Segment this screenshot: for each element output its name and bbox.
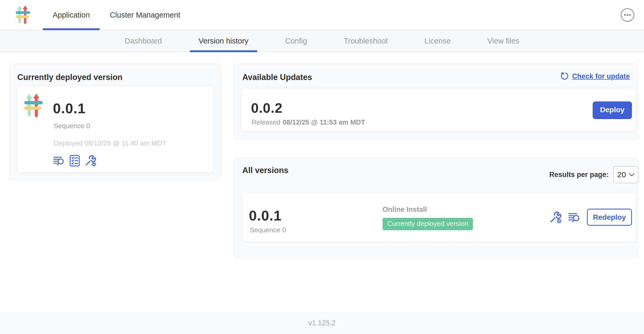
subnav-config-label: Config bbox=[285, 37, 307, 45]
results-per-page-label: Results per page: bbox=[549, 171, 609, 179]
edit-config-icon[interactable] bbox=[549, 211, 562, 224]
results-per-page-select[interactable]: 20 bbox=[613, 166, 638, 183]
row-install-info: Online Install Currently deployed versio… bbox=[383, 206, 473, 230]
available-updates-title: Available Updates bbox=[242, 73, 312, 82]
currently-deployed-badge: Currently deployed version bbox=[383, 218, 473, 230]
update-version-number: 0.0.2 bbox=[251, 100, 283, 116]
deploy-button[interactable]: Deploy bbox=[593, 101, 632, 118]
subnav-version-history[interactable]: Version history bbox=[180, 30, 267, 52]
released-label: Released bbox=[252, 118, 280, 126]
subnav-version-history-label: Version history bbox=[199, 37, 248, 45]
ellipsis-menu-icon[interactable] bbox=[620, 8, 635, 22]
chevron-down-icon bbox=[629, 173, 635, 176]
app-footer: v1.125.2 bbox=[0, 312, 644, 334]
available-updates-card: Available Updates Check for update 0.0.2… bbox=[233, 63, 639, 140]
subnav-troubleshoot[interactable]: Troubleshoot bbox=[325, 30, 406, 52]
update-released-timestamp: Released08/12/25 @ 11:53 am MDT bbox=[252, 118, 365, 126]
app-logo-arrows-icon bbox=[16, 5, 31, 24]
subnav-dashboard-label: Dashboard bbox=[125, 37, 162, 45]
all-versions-title: All versions bbox=[242, 166, 288, 175]
results-per-page-value: 20 bbox=[617, 170, 626, 179]
all-versions-card: All versions Results per page: 20 0.0.1 … bbox=[233, 157, 639, 259]
currently-deployed-card: Currently deployed version 0.0.1 Sequenc… bbox=[9, 63, 222, 181]
tab-cluster-management[interactable]: Cluster Management bbox=[100, 0, 190, 30]
redeploy-button[interactable]: Redeploy bbox=[587, 209, 632, 226]
app-header: Application Cluster Management bbox=[0, 0, 644, 30]
deployed-version-number: 0.0.1 bbox=[53, 100, 86, 116]
subnav-license-label: License bbox=[424, 37, 451, 45]
currently-deployed-title: Currently deployed version bbox=[17, 73, 122, 82]
deployed-timestamp: Deployed 08/12/25 @ 11:40 am MDT bbox=[54, 139, 166, 147]
results-per-page: Results per page: 20 bbox=[549, 166, 638, 183]
check-for-update-label: Check for update bbox=[572, 72, 630, 80]
subnav-troubleshoot-label: Troubleshoot bbox=[344, 37, 388, 45]
row-sequence: Sequence 0 bbox=[250, 226, 286, 234]
deployed-sequence: Sequence 0 bbox=[54, 122, 90, 130]
release-notes-icon[interactable] bbox=[53, 155, 65, 167]
preflight-checks-icon[interactable] bbox=[69, 155, 81, 167]
currently-deployed-version-panel: 0.0.1 Sequence 0 Deployed 08/12/25 @ 11:… bbox=[17, 86, 214, 173]
edit-config-icon[interactable] bbox=[84, 155, 96, 167]
app-subnav: Dashboard Version history Config Trouble… bbox=[0, 30, 644, 52]
subnav-view-files-label: View files bbox=[487, 37, 519, 45]
subnav-view-files[interactable]: View files bbox=[469, 30, 538, 52]
update-row: 0.0.2 Released08/12/25 @ 11:53 am MDT De… bbox=[242, 89, 636, 131]
install-type-label: Online Install bbox=[383, 206, 473, 214]
subnav-config[interactable]: Config bbox=[267, 30, 325, 52]
row-version-number: 0.0.1 bbox=[249, 207, 282, 224]
deployed-version-actions bbox=[53, 155, 96, 167]
subnav-license[interactable]: License bbox=[406, 30, 469, 52]
tab-application-label: Application bbox=[53, 11, 90, 19]
app-logo-arrows-icon bbox=[24, 94, 45, 117]
version-row: 0.0.1 Sequence 0 Online Install Currentl… bbox=[242, 193, 636, 241]
release-notes-icon[interactable] bbox=[568, 211, 581, 224]
refresh-icon bbox=[560, 72, 569, 81]
tab-application[interactable]: Application bbox=[43, 0, 100, 30]
released-date: 08/12/25 @ 11:53 am MDT bbox=[283, 118, 365, 126]
tab-cluster-management-label: Cluster Management bbox=[110, 11, 180, 19]
console-version: v1.125.2 bbox=[308, 319, 336, 327]
check-for-update-link[interactable]: Check for update bbox=[560, 72, 630, 81]
subnav-dashboard[interactable]: Dashboard bbox=[106, 30, 180, 52]
top-navigation: Application Cluster Management bbox=[43, 0, 190, 30]
row-actions: Redeploy bbox=[549, 206, 632, 228]
